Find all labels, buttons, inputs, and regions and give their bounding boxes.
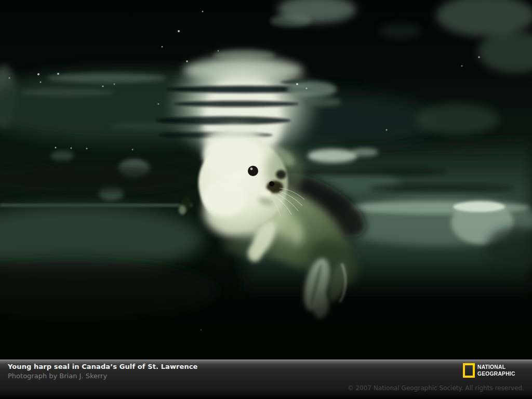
ng-logo-text: NATIONAL GEOGRAPHIC (477, 364, 515, 377)
photo-credit: Photograph by Brian J. Skerry (8, 372, 107, 380)
deep-water-fade (0, 260, 532, 360)
ng-logo-line2: GEOGRAPHIC (477, 370, 515, 377)
wallpaper: Young harp seal in Canada’s Gulf of St. … (0, 0, 532, 399)
seal-photo (0, 0, 532, 360)
caption-bar: Young harp seal in Canada’s Gulf of St. … (0, 360, 532, 399)
national-geographic-logo: NATIONAL GEOGRAPHIC (463, 363, 520, 378)
copyright-notice: © 2007 National Geographic Society. All … (348, 384, 524, 392)
photo-caption-title: Young harp seal in Canada’s Gulf of St. … (8, 363, 198, 370)
ng-yellow-frame-icon (463, 363, 475, 378)
ng-logo-line1: NATIONAL (477, 364, 515, 370)
underwater-scene (0, 0, 532, 360)
